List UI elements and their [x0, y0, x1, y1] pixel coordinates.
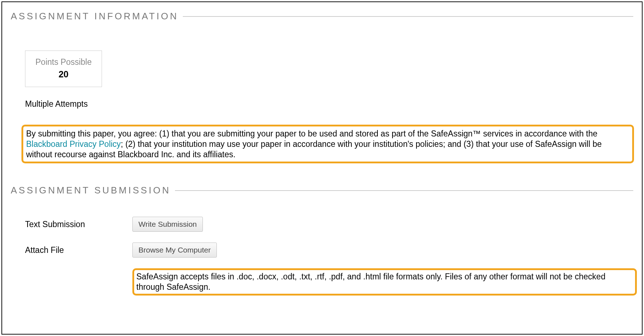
assignment-submission-body: Text Submission Write Submission Attach … [11, 217, 633, 296]
divider [183, 16, 633, 17]
text-submission-row: Text Submission Write Submission [25, 217, 633, 232]
points-possible-value: 20 [35, 69, 92, 80]
assignment-submission-title: ASSIGNMENT SUBMISSION [11, 185, 171, 196]
assignment-info-header: ASSIGNMENT INFORMATION [11, 11, 633, 22]
safeassign-notice: By submitting this paper, you agree: (1)… [21, 125, 634, 163]
browse-my-computer-button[interactable]: Browse My Computer [132, 243, 217, 258]
privacy-policy-link[interactable]: Blackboard Privacy Policy [26, 139, 121, 149]
file-format-notice: SafeAssign accepts files in .doc, .docx,… [132, 268, 637, 296]
assignment-submission-section: ASSIGNMENT SUBMISSION Text Submission Wr… [11, 185, 633, 296]
attach-file-row: Attach File Browse My Computer [25, 243, 633, 258]
assignment-submission-header: ASSIGNMENT SUBMISSION [11, 185, 633, 196]
assignment-info-title: ASSIGNMENT INFORMATION [11, 11, 179, 22]
points-possible-box: Points Possible 20 [25, 51, 102, 87]
assignment-page: ASSIGNMENT INFORMATION Points Possible 2… [1, 1, 643, 335]
file-format-notice-text: SafeAssign accepts files in .doc, .docx,… [136, 272, 633, 292]
divider [175, 190, 633, 191]
points-possible-label: Points Possible [35, 57, 92, 67]
multiple-attempts-label: Multiple Attempts [25, 99, 630, 109]
attach-file-label: Attach File [25, 245, 132, 255]
write-submission-button[interactable]: Write Submission [132, 217, 203, 232]
assignment-info-body: Points Possible 20 Multiple Attempts By … [11, 33, 633, 163]
notice-text-part1: By submitting this paper, you agree: (1)… [26, 129, 597, 138]
safeassign-notice-text: By submitting this paper, you agree: (1)… [26, 129, 629, 159]
text-submission-label: Text Submission [25, 220, 132, 229]
